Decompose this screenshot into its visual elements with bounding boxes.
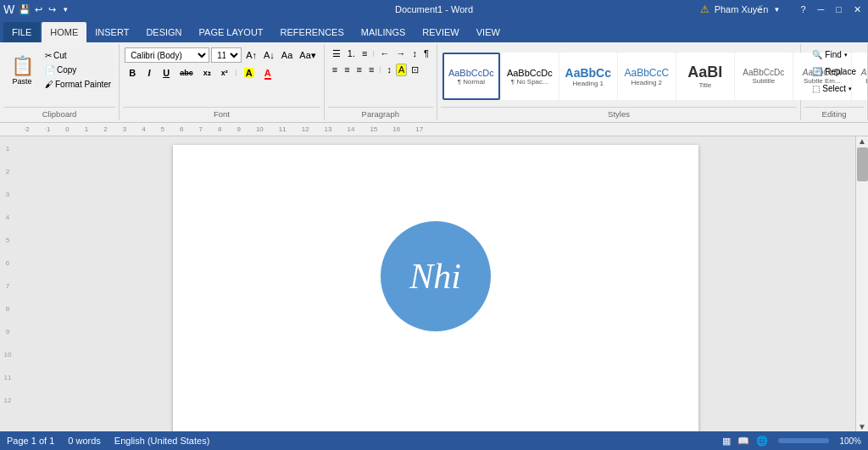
document-page: Nhi — [173, 145, 698, 431]
multilevel-list-button[interactable]: ≡ — [359, 47, 370, 60]
style-subtitle-preview: AaBbCcDc — [743, 68, 784, 77]
find-button[interactable]: 🔍 Find ▾ — [808, 47, 860, 62]
editing-group: 🔍 Find ▾ 🔄 Replace ⬚ Select ▾ Editing — [801, 44, 868, 120]
tab-file[interactable]: FILE — [3, 22, 40, 42]
select-button[interactable]: ⬚ Select ▾ — [808, 81, 860, 96]
tab-design[interactable]: DESIGN — [137, 22, 190, 42]
restore-button[interactable]: □ — [832, 4, 845, 14]
format-painter-label: Format Painter — [55, 80, 111, 89]
find-dropdown: ▾ — [844, 52, 848, 58]
print-layout-button[interactable]: ▦ — [722, 436, 731, 447]
clear-format-button[interactable]: Aa — [279, 49, 295, 62]
strikethrough-button[interactable]: abc — [175, 67, 198, 79]
save-icon[interactable]: 💾 — [18, 3, 31, 16]
help-button[interactable]: ? — [797, 4, 809, 14]
editing-group-label: Editing — [804, 107, 864, 119]
paste-label: Paste — [12, 77, 31, 86]
paste-button[interactable]: 📋 Paste — [5, 47, 39, 93]
align-left-button[interactable]: ≡ — [330, 64, 340, 76]
decrease-indent-button[interactable]: ← — [377, 47, 392, 60]
style-normal[interactable]: AaBbCcDc ¶ Normal — [442, 53, 500, 100]
bold-button[interactable]: B — [125, 66, 140, 80]
replace-icon: 🔄 — [812, 67, 822, 76]
minimize-button[interactable]: ─ — [815, 4, 828, 14]
font-size-select[interactable]: 11 — [211, 47, 242, 63]
style-subtitle-label: Subtitle — [752, 77, 775, 85]
style-no-spacing[interactable]: AaBbCcDc ¶ No Spac... — [501, 53, 559, 100]
tab-home[interactable]: HOME — [42, 22, 86, 42]
scroll-down-button[interactable]: ▼ — [856, 422, 868, 431]
line-spacing-button[interactable]: ↕ — [384, 64, 394, 76]
style-heading2[interactable]: AaBbCcC Heading 2 — [618, 53, 676, 100]
justify-button[interactable]: ≡ — [366, 64, 376, 76]
ruler: ·2·1012 34567 89101112 1314151617 — [0, 123, 868, 136]
text-highlight-button[interactable]: A — [240, 66, 259, 80]
tab-references[interactable]: REFERENCES — [272, 22, 353, 42]
undo-icon[interactable]: ↩ — [31, 3, 45, 16]
numbering-button[interactable]: 1. — [345, 47, 358, 60]
style-title[interactable]: AaBI Title — [676, 53, 734, 100]
word-icon: W — [3, 3, 14, 16]
user-name[interactable]: Pham Xuyến — [715, 4, 769, 15]
scroll-up-button[interactable]: ▲ — [856, 136, 868, 146]
tab-page-layout[interactable]: PAGE LAYOUT — [191, 22, 272, 42]
user-dropdown[interactable]: ▼ — [774, 6, 781, 14]
language-label: English (United States) — [114, 436, 210, 446]
bullets-button[interactable]: ☰ — [330, 47, 343, 60]
paste-icon: 📋 — [11, 55, 34, 77]
style-normal-preview: AaBbCcDc — [448, 68, 494, 78]
clipboard-group-label: Clipboard — [3, 107, 115, 119]
borders-button[interactable]: ⊡ — [409, 64, 421, 76]
tab-mailings[interactable]: MAILINGS — [353, 22, 415, 42]
tab-review[interactable]: REVIEW — [414, 22, 467, 42]
italic-button[interactable]: I — [142, 66, 157, 80]
nhi-text: Nhi — [409, 256, 461, 297]
font-group-label: Font — [123, 107, 320, 119]
replace-button[interactable]: 🔄 Replace — [808, 64, 860, 79]
increase-font-button[interactable]: A↑ — [243, 49, 259, 62]
increase-indent-button[interactable]: → — [393, 47, 408, 60]
style-subtitle[interactable]: AaBbCcDc Subtitle — [735, 53, 793, 100]
vertical-scrollbar[interactable]: ▲ ▼ — [855, 136, 868, 431]
font-name-select[interactable]: Calibri (Body) — [125, 47, 209, 63]
words-label: 0 words — [68, 436, 101, 446]
format-painter-button[interactable]: 🖌 Format Painter — [42, 78, 114, 91]
redo-icon[interactable]: ↪ — [45, 3, 58, 16]
style-title-preview: AaBI — [687, 64, 722, 81]
cut-button[interactable]: ✂ Cut — [42, 49, 114, 62]
shading-button[interactable]: A — [396, 64, 407, 76]
superscript-button[interactable]: x² — [217, 67, 232, 79]
copy-label: Copy — [57, 65, 76, 75]
align-right-button[interactable]: ≡ — [354, 64, 364, 76]
sort-button[interactable]: ↕ — [409, 47, 420, 60]
tab-view[interactable]: VIEW — [468, 22, 509, 42]
close-button[interactable]: ✕ — [850, 4, 865, 15]
left-margin: 1234 5678 9101112 — [0, 136, 15, 431]
ribbon-tab-bar: FILE HOME INSERT DESIGN PAGE LAYOUT REFE… — [0, 19, 868, 42]
change-case-button[interactable]: Aa▾ — [297, 49, 318, 62]
font-group: Calibri (Body) 11 A↑ A↓ Aa Aa▾ B I U abc… — [120, 44, 325, 120]
web-layout-button[interactable]: 🌐 — [756, 436, 768, 447]
find-icon: 🔍 — [812, 50, 822, 59]
ribbon: 📋 Paste ✂ Cut 📄 Copy 🖌 Format Painter — [0, 42, 868, 123]
select-label: Select — [822, 84, 846, 93]
style-no-spacing-label: ¶ No Spac... — [511, 78, 548, 86]
copy-button[interactable]: 📄 Copy — [42, 64, 114, 76]
scroll-thumb[interactable] — [857, 147, 868, 181]
show-formatting-button[interactable]: ¶ — [421, 47, 431, 60]
tab-insert[interactable]: INSERT — [86, 22, 137, 42]
qa-dropdown[interactable]: ▼ — [58, 3, 72, 16]
decrease-font-button[interactable]: A↓ — [261, 49, 277, 62]
zoom-slider[interactable] — [778, 438, 829, 443]
align-center-button[interactable]: ≡ — [342, 64, 352, 76]
styles-group: AaBbCcDc ¶ Normal AaBbCcDc ¶ No Spac... … — [437, 44, 802, 120]
style-heading1[interactable]: AaBbCc Heading 1 — [559, 53, 617, 100]
subscript-button[interactable]: x₂ — [199, 67, 215, 79]
font-color-button[interactable]: A — [260, 66, 275, 80]
select-icon: ⬚ — [812, 84, 820, 93]
document-area[interactable]: Nhi — [15, 136, 855, 431]
styles-group-label: Styles — [441, 107, 798, 119]
find-label: Find — [825, 50, 841, 59]
underline-button[interactable]: U — [159, 66, 174, 80]
read-mode-button[interactable]: 📖 — [737, 436, 749, 447]
